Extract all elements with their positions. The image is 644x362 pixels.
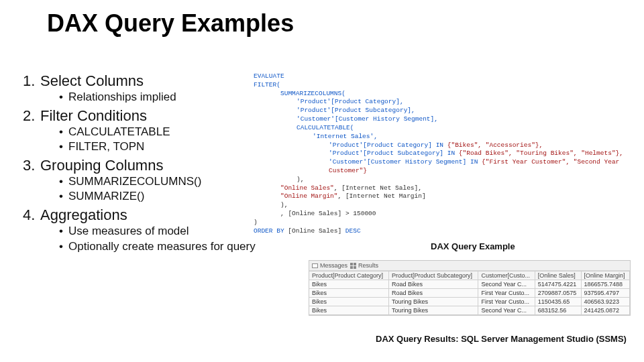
table-cell: Second Year C... [478,306,535,315]
table-cell: Road Bikes [388,280,478,289]
page-title: DAX Query Examples [47,9,294,38]
code-seg: "Online Margin" [280,192,338,200]
table-cell: 683152.56 [535,306,581,315]
results-tabbar: Messages Results [309,261,630,271]
outline-number: 3. [23,157,40,174]
table-cell: Touring Bikes [388,298,478,306]
code-line: 'Internet Sales', [313,133,378,140]
table-cell: 937595.4797 [581,289,629,298]
table-cell: Second Year C... [478,280,535,289]
table-row: Bikes Road Bikes Second Year C... 514747… [309,280,630,289]
tab-results[interactable]: Results [350,262,378,269]
code-seg: 'Customer'[Customer History Segment] [329,158,470,166]
code-line: CALCULATETABLE( [297,124,354,131]
code-line: FILTER( [254,81,280,88]
message-icon [312,263,318,268]
code-line: ), [280,201,288,208]
table-cell: 406563.9223 [581,298,629,306]
table-header: Customer[Custo... [478,272,535,280]
table-row: Bikes Touring Bikes First Year Custo... … [309,298,630,306]
table-cell: Road Bikes [388,289,478,298]
results-caption: DAX Query Results: SQL Server Management… [376,334,627,344]
code-seg: DESC [345,227,361,235]
table-header: Product[Product Category] [309,272,388,280]
table-cell: Bikes [309,298,388,306]
code-line: , [Online Sales] > 150000 [280,210,376,217]
outline-title: Filter Conditions [40,107,147,125]
table-row: Bikes Road Bikes First Year Custo... 270… [309,289,630,298]
table-cell: 2709887.0575 [535,289,581,298]
table-cell: First Year Custo... [478,298,535,306]
code-caption: DAX Query Example [431,241,515,251]
code-seg: IN [447,149,455,157]
code-seg: IN [436,141,443,149]
code-line: ) [254,219,258,226]
table-cell: First Year Custo... [478,289,535,298]
tab-label: Results [358,262,378,269]
code-line: 'Customer'[Customer History Segment], [297,115,438,123]
table-cell: Bikes [309,289,388,298]
tab-label: Messages [320,262,347,269]
results-table: Product[Product Category] Product[Produc… [309,271,630,315]
code-seg: {"Bikes", "Accessories"}, [443,141,543,149]
code-line: 'Product'[Product Subcategory], [297,107,415,114]
table-cell: Bikes [309,306,388,315]
outline-number: 1. [23,72,40,90]
table-cell: 241425.0872 [581,306,629,315]
code-line: SUMMARIZECOLUMNS( [280,90,345,97]
code-seg: , [Internet Net Margin] [338,192,426,200]
code-seg: [Online Sales] [284,227,345,235]
table-cell: 5147475.4221 [535,280,581,289]
tab-messages[interactable]: Messages [312,262,347,269]
code-line: 'Product'[Product Category], [297,98,404,105]
outline-number: 4. [23,206,40,224]
code-seg: 'Product'[Product Subcategory] [329,149,447,157]
outline-bullet: Optionally create measures for query [59,239,305,254]
grid-icon [350,263,356,269]
code-seg: {"Road Bikes", "Touring Bikes", "Helmets… [455,149,623,157]
outline-title: Aggregations [40,206,127,224]
outline-title: Grouping Columns [40,157,163,174]
table-cell: Touring Bikes [388,306,478,315]
table-header: [Online Sales] [535,272,581,280]
outline-title: Select Columns [40,72,144,90]
code-seg: ORDER BY [254,227,284,235]
code-line: EVALUATE [254,72,284,80]
table-header: Product[Product Subcategory] [388,272,478,280]
code-seg: "Online Sales" [280,184,334,192]
code-seg: 'Product'[Product Category] [329,141,436,149]
code-seg: IN [470,158,478,166]
table-cell: 1150435.65 [535,298,581,306]
dax-code-block: EVALUATE FILTER( SUMMARIZECOLUMNS( 'Prod… [254,72,629,235]
table-header: [Online Margin] [581,272,629,280]
table-cell: 1866575.7488 [581,280,629,289]
code-seg: , [Internet Net Sales], [334,184,422,192]
outline-number: 2. [23,107,40,125]
table-cell: Bikes [309,280,388,289]
results-panel: Messages Results Product[Product Categor… [309,260,631,316]
table-header-row: Product[Product Category] Product[Produc… [309,272,630,280]
code-line: ), [297,176,304,183]
table-row: Bikes Touring Bikes Second Year C... 683… [309,306,630,315]
